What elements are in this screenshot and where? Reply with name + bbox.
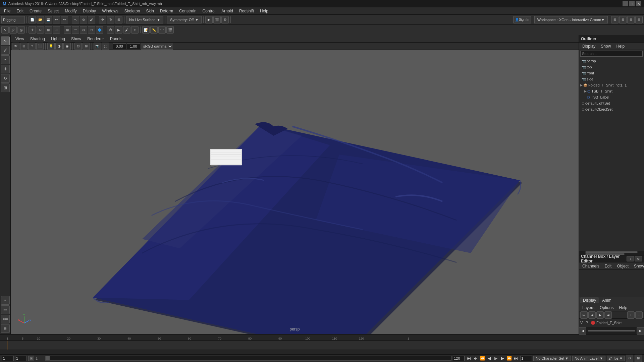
outliner-show-menu[interactable]: Show — [599, 43, 613, 49]
shelf-icon-4[interactable]: ⊞ — [1, 324, 10, 333]
sign-in-button[interactable]: 👤 Sign In — [513, 16, 531, 23]
prev-frame-button[interactable]: ◀ — [486, 355, 492, 361]
vp-toolbar-resolution[interactable]: ⊞ — [83, 43, 90, 50]
vp-toolbar-lights[interactable]: 💡 — [47, 43, 55, 50]
outliner-help-menu[interactable]: Help — [614, 43, 627, 49]
grid-snap-2[interactable]: ⊞ — [619, 16, 627, 23]
open-file-button[interactable]: 📂 — [37, 16, 44, 23]
scale-tool-icon[interactable]: ⊞ — [1, 83, 10, 92]
vp-toolbar-camera[interactable]: 📷 — [94, 43, 101, 50]
history-btn[interactable]: ⏱ — [107, 26, 114, 34]
snap-curve-btn[interactable]: 〰 — [72, 26, 79, 34]
fps-dropdown[interactable]: 24 fps ▼ — [607, 356, 625, 361]
save-file-button[interactable]: 💾 — [45, 16, 52, 23]
menu-redshift[interactable]: Redshift — [236, 8, 257, 14]
outliner-item-tsb-shirt[interactable]: ▶ ⬡ TSB_T_Shirt — [579, 88, 644, 94]
workspace-mode-dropdown[interactable]: Rigging — [1, 16, 25, 23]
shelf-icon-1[interactable]: ≡ — [1, 296, 10, 305]
vp-toolbar-persp[interactable]: 👁 — [12, 43, 19, 50]
outliner-item-top[interactable]: 📷 top — [579, 64, 644, 70]
time-ruler[interactable]: 1 5 10 20 30 40 50 60 70 80 90 100 110 1… — [0, 335, 644, 341]
color-profile-select[interactable]: sRGB gamma — [141, 43, 173, 50]
current-frame-input[interactable] — [15, 356, 27, 361]
new-file-button[interactable]: 📄 — [29, 16, 36, 23]
sculpt-tool-icon[interactable]: ≈ — [1, 55, 10, 64]
char-set-dropdown[interactable]: No Character Set ▼ — [533, 356, 571, 361]
go-end-button[interactable]: ⏭ — [513, 355, 519, 361]
layer-nav-end[interactable]: ⏭ — [604, 311, 612, 319]
range-end-input[interactable] — [453, 356, 465, 361]
channels-menu[interactable]: Channels — [580, 263, 601, 269]
outliner-item-objectset[interactable]: ⊙ defaultObjectSet — [579, 106, 644, 112]
help-menu-le[interactable]: Help — [617, 305, 629, 311]
outliner-scrollbar[interactable] — [579, 251, 644, 253]
menu-arnold[interactable]: Arnold — [219, 8, 236, 14]
render2-btn[interactable]: ▶ — [115, 26, 122, 34]
outliner-item-folded-tshirt[interactable]: ▶ 📦 Folded_T_Shirt_nct1_1 — [579, 82, 644, 88]
rotate-tool-icon[interactable]: ↻ — [1, 74, 10, 83]
rp-nav-left[interactable]: ◀ — [579, 327, 586, 335]
outliner-item-tsb-label[interactable]: ⬡ TSB_Label — [579, 94, 644, 100]
workspace-dropdown[interactable]: Workspace : XGen - Interactive Groom▼ — [534, 16, 608, 23]
anim-start-input[interactable] — [520, 356, 532, 361]
undo-button[interactable]: ↩ — [53, 16, 60, 23]
vp-toolbar-smooth[interactable]: ⬛ — [36, 43, 44, 50]
outliner-search-input[interactable] — [580, 51, 643, 57]
gamma-offset-input[interactable] — [113, 43, 126, 49]
grid-snap-1[interactable]: ⊞ — [611, 16, 619, 23]
menu-skin[interactable]: Skin — [144, 8, 157, 14]
vp-toolbar-gate[interactable]: ⬚ — [102, 43, 109, 50]
maximize-button[interactable]: □ — [629, 1, 635, 6]
layer-nav-begin[interactable]: ⏮ — [580, 311, 588, 319]
move-button[interactable]: ✛ — [99, 16, 106, 23]
grooming-btn[interactable]: 🖌 — [123, 26, 130, 34]
options-menu[interactable]: Options — [598, 305, 615, 311]
step-back-button[interactable]: ⏪ — [479, 355, 485, 361]
menu-file[interactable]: File — [1, 8, 13, 14]
universal-manip-btn[interactable]: ⊿ — [53, 26, 60, 34]
xgen-btn[interactable]: ✦ — [131, 26, 139, 34]
next-frame-button[interactable]: ▶ — [499, 355, 505, 361]
menu-modify[interactable]: Modify — [62, 8, 79, 14]
layer-nav-next[interactable]: ▶ — [596, 311, 604, 319]
move-tool-icon[interactable]: ✛ — [1, 65, 10, 73]
grid-snap-4[interactable]: ⊞ — [635, 16, 643, 23]
grid-snap-3[interactable]: ⊞ — [627, 16, 635, 23]
camera-sequence-btn[interactable]: 🎬 — [166, 26, 174, 34]
rotate-tool-btn[interactable]: ↻ — [37, 26, 44, 34]
step-forward-button[interactable]: ⏩ — [506, 355, 512, 361]
close-button[interactable]: ✕ — [636, 1, 641, 6]
layer-nav-prev[interactable]: ◀ — [588, 311, 596, 319]
vp-menu-lighting[interactable]: Lighting — [48, 36, 68, 42]
scale-button[interactable]: ⊞ — [115, 16, 122, 23]
object-menu[interactable]: Object — [615, 263, 631, 269]
rp-nav-right[interactable]: ▶ — [637, 327, 644, 335]
timeline-extra-1[interactable]: ↺ — [626, 355, 633, 362]
lasso-button[interactable]: ⊙ — [80, 16, 87, 23]
menu-create[interactable]: Create — [27, 8, 44, 14]
outliner-item-front[interactable]: 📷 front — [579, 70, 644, 76]
menu-constrain[interactable]: Constrain — [176, 8, 199, 14]
layer-btn-2[interactable]: - — [635, 311, 643, 319]
soft-select-button[interactable]: ◎ — [17, 26, 25, 34]
channel-float-btn[interactable]: ⧉ — [635, 256, 642, 261]
play-forward-button[interactable]: ▶ — [493, 355, 499, 361]
display-tab[interactable]: Display — [580, 297, 599, 303]
vp-menu-shading[interactable]: Shading — [28, 36, 48, 42]
vp-menu-view[interactable]: View — [13, 36, 27, 42]
redo-button[interactable]: ↪ — [61, 16, 68, 23]
measure-btn[interactable]: 📏 — [150, 26, 158, 34]
menu-help[interactable]: Help — [257, 8, 271, 14]
select-arrow-button[interactable]: ↖ — [1, 26, 9, 34]
shelf-icon-2[interactable]: ≡≡ — [1, 305, 10, 314]
menu-control[interactable]: Control — [200, 8, 218, 14]
layer-color-indicator[interactable] — [591, 321, 595, 325]
rp-scrollbar[interactable] — [588, 330, 635, 331]
menu-edit[interactable]: Edit — [14, 8, 26, 14]
render-button[interactable]: ▶ — [205, 16, 213, 23]
window-controls[interactable]: ─ □ ✕ — [623, 1, 641, 6]
render-settings-button[interactable]: ⚙ — [221, 16, 229, 23]
vp-toolbar-xray[interactable]: ◉ — [63, 43, 71, 50]
outliner-item-side[interactable]: 📷 side — [579, 76, 644, 82]
go-start-button[interactable]: ⏮ — [466, 355, 472, 361]
